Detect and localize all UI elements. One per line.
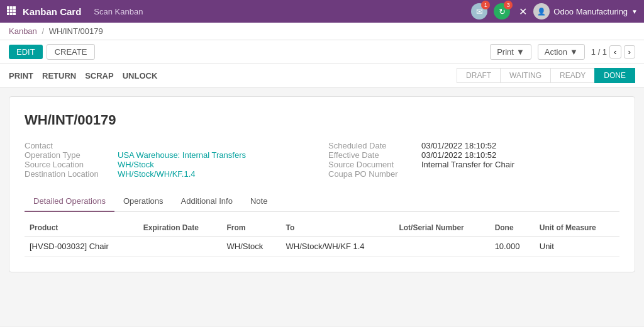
breadcrumb-parent[interactable]: Kanban [9,26,37,36]
col-expiration-date: Expiration Date [138,220,222,237]
col-lot-serial: Lot/Serial Number [394,220,489,237]
field-value-source-location[interactable]: WH/Stock [118,160,154,169]
svg-rect-2 [13,6,16,9]
field-operation-type: Operation Type USA Warehouse: Internal T… [25,150,316,160]
action-bar-right: Print ▼ Action ▼ 1 / 1 ‹ › [490,44,635,60]
svg-rect-8 [13,13,16,15]
col-done: Done [490,220,535,237]
activity-badge[interactable]: ↻ 3 [494,3,510,20]
avatar: 👤 [533,3,550,20]
chevron-down-icon: ▼ [631,8,638,15]
main-content: WH/INT/00179 Contact Operation Type USA … [0,87,644,326]
create-button[interactable]: CREATE [47,44,96,60]
col-product: Product [25,220,138,237]
status-waiting[interactable]: WAITING [500,68,550,83]
cell-done: 10.000 [490,237,535,257]
action-button[interactable]: Action ▼ [538,44,585,60]
field-label-source-document: Source Document [328,160,416,169]
field-destination-location: Destination Location WH/Stock/WH/KF.1.4 [25,169,316,179]
operations-table: Product Expiration Date From To Lot/Seri… [25,220,619,257]
field-label-effective-date: Effective Date [328,150,416,160]
grid-icon[interactable] [6,6,16,18]
close-icon[interactable]: ✕ [519,6,527,18]
unlock-action[interactable]: UNLOCK [123,71,158,81]
svg-rect-6 [7,13,9,15]
field-value-operation-type[interactable]: USA Warehouse: Internal Transfers [118,150,246,160]
edit-button[interactable]: EDIT [9,45,43,59]
status-done[interactable]: DONE [594,68,635,83]
action-bar: EDIT CREATE Print ▼ Action ▼ 1 / 1 ‹ › [0,40,644,64]
col-uom: Unit of Measure [535,220,619,237]
messages-count: 1 [481,1,490,9]
field-label-coupa-po: Coupa PO Number [328,169,416,179]
svg-rect-0 [7,6,9,9]
tabs: Detailed Operations Operations Additiona… [25,191,619,212]
topbar-right: ✉ 1 ↻ 3 ✕ 👤 Odoo Manufacturing ▼ [471,3,638,20]
col-to: To [281,220,394,237]
cell-expiration-date [138,237,222,257]
field-source-document: Source Document Internal Transfer for Ch… [328,160,619,169]
user-menu[interactable]: 👤 Odoo Manufacturing ▼ [533,3,638,20]
field-label-source-location: Source Location [25,160,113,169]
table-row: [HVSD-003032] Chair WH/Stock WH/Stock/WH… [25,237,619,257]
user-name: Odoo Manufacturing [553,7,628,16]
scrap-action[interactable]: SCRAP [85,71,114,81]
pager-prev-button[interactable]: ‹ [609,45,621,59]
fields-right: Scheduled Date 03/01/2022 18:10:52 Effec… [328,141,619,179]
tab-operations[interactable]: Operations [114,191,172,212]
action-chevron-icon: ▼ [570,47,578,57]
field-source-location: Source Location WH/Stock [25,160,316,169]
messages-badge[interactable]: ✉ 1 [471,3,487,20]
print-chevron-icon: ▼ [516,47,525,57]
tab-additional-info[interactable]: Additional Info [172,191,242,212]
record-title: WH/INT/00179 [25,112,619,128]
cell-to: WH/Stock/WH/KF 1.4 [281,237,394,257]
cell-lot-serial [394,237,489,257]
status-draft[interactable]: DRAFT [457,68,500,83]
tab-note[interactable]: Note [242,191,276,212]
field-coupa-po: Coupa PO Number [328,169,619,179]
activity-count: 3 [504,1,513,9]
app-title: Kanban Card [23,6,81,17]
field-scheduled-date: Scheduled Date 03/01/2022 18:10:52 [328,141,619,150]
svg-rect-7 [10,13,13,15]
print-action[interactable]: PRINT [9,71,33,81]
return-action[interactable]: RETURN [42,71,76,81]
fields-grid: Contact Operation Type USA Warehouse: In… [25,141,619,179]
scan-label[interactable]: Scan Kanban [94,7,143,16]
svg-rect-3 [7,9,9,12]
svg-rect-1 [10,6,13,9]
field-label-scheduled-date: Scheduled Date [328,141,416,150]
status-ready[interactable]: READY [550,68,594,83]
field-label-contact: Contact [25,141,113,150]
svg-rect-4 [10,9,13,12]
breadcrumb-separator: / [42,26,44,36]
field-value-scheduled-date: 03/01/2022 18:10:52 [421,141,496,150]
fields-left: Contact Operation Type USA Warehouse: In… [25,141,316,179]
bottom-bar: Send message Log note 🕐 Schedule activit… [0,326,644,329]
status-bar: DRAFT WAITING READY DONE [457,68,635,83]
print-button[interactable]: Print ▼ [490,44,531,60]
field-contact: Contact [25,141,316,150]
pager: 1 / 1 ‹ › [591,45,635,59]
cell-from: WH/Stock [221,237,280,257]
breadcrumb: Kanban / WH/INT/00179 [0,23,644,40]
col-from: From [221,220,280,237]
field-effective-date: Effective Date 03/01/2022 18:10:52 [328,150,619,160]
topbar: Kanban Card Scan Kanban ✉ 1 ↻ 3 ✕ 👤 Odoo… [0,0,644,23]
field-value-destination-location[interactable]: WH/Stock/WH/KF.1.4 [118,169,196,179]
field-value-source-document: Internal Transfer for Chair [421,160,514,169]
pager-next-button[interactable]: › [624,45,635,59]
tab-detailed-operations[interactable]: Detailed Operations [25,191,114,212]
field-value-effective-date: 03/01/2022 18:10:52 [421,150,496,160]
field-label-destination-location: Destination Location [25,169,113,179]
record-card: WH/INT/00179 Contact Operation Type USA … [9,96,635,272]
field-label-operation-type: Operation Type [25,150,113,160]
svg-rect-5 [13,9,16,12]
secondary-bar: PRINT RETURN SCRAP UNLOCK DRAFT WAITING … [0,64,644,87]
cell-product: [HVSD-003032] Chair [25,237,138,257]
cell-uom: Unit [535,237,619,257]
breadcrumb-current: WH/INT/00179 [49,26,103,36]
pager-text: 1 / 1 [591,47,607,57]
